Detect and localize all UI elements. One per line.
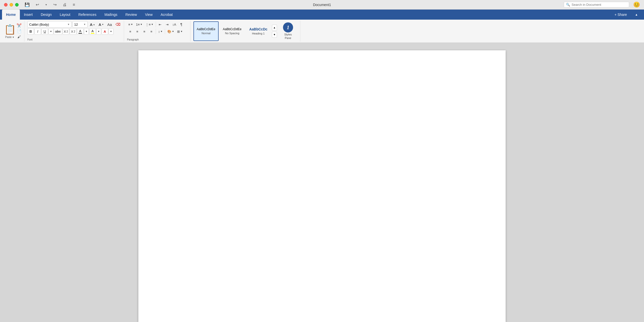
traffic-lights: [4, 3, 19, 7]
bullets-button[interactable]: ≡▼: [127, 21, 134, 28]
style-nospace-label: No Spacing: [225, 32, 239, 35]
document-page[interactable]: [138, 50, 506, 322]
font-group: Calibri (Body) ▼ 12 ▼ A▲ A▼ Aa ⌫ B I U ▼…: [25, 21, 124, 42]
align-center-button[interactable]: ≡: [134, 28, 141, 35]
styles-scroll-buttons: ▲ ▼: [272, 25, 277, 38]
tab-design[interactable]: Design: [37, 10, 56, 20]
font-size-selector[interactable]: 12 ▼: [72, 21, 88, 28]
search-icon: 🔍: [566, 3, 570, 7]
document-area: [0, 43, 644, 322]
bold-button[interactable]: B: [27, 28, 34, 35]
align-left-button[interactable]: ≡: [127, 28, 134, 35]
undo-icon[interactable]: ↩: [36, 2, 39, 7]
styles-group: AaBbCcDdEe Normal AaBbCcDdEe No Spacing …: [191, 21, 300, 42]
collapse-ribbon-button[interactable]: ▲: [631, 10, 642, 20]
search-bar[interactable]: 🔍: [564, 2, 629, 8]
font-name-row: Calibri (Body) ▼ 12 ▼ A▲ A▼ Aa ⌫: [27, 21, 122, 28]
align-right-button[interactable]: ≡: [141, 28, 148, 35]
close-button[interactable]: [4, 3, 8, 7]
decrease-indent-button[interactable]: ⇤: [157, 21, 164, 28]
multilevel-list-button[interactable]: ⋮≡▼: [144, 21, 155, 28]
save-icon[interactable]: 💾: [25, 2, 30, 7]
justify-button[interactable]: ≡: [148, 28, 155, 35]
style-normal-label: Normal: [202, 32, 210, 35]
change-case-button[interactable]: Aa: [106, 21, 113, 28]
show-hide-button[interactable]: ¶: [178, 21, 185, 28]
underline-button[interactable]: U: [42, 28, 48, 35]
font-color-dropdown-button[interactable]: ▼: [84, 28, 89, 35]
style-nospace-preview: AaBbCcDdEe: [223, 27, 242, 31]
strikethrough-button[interactable]: abc: [54, 28, 62, 35]
redo-icon[interactable]: ↪: [53, 2, 57, 7]
italic-button[interactable]: I: [34, 28, 41, 35]
share-button[interactable]: + Share: [611, 10, 631, 20]
tab-insert[interactable]: Insert: [20, 10, 37, 20]
subscript-button[interactable]: X2: [63, 28, 69, 35]
title-bar: 💾 ↩ ▼ ↪ 🖨 ≡ Document1 🔍 😊: [0, 0, 644, 10]
paste-main: 📋 Paste ▼: [4, 24, 16, 38]
tab-acrobat[interactable]: Acrobat: [157, 10, 177, 20]
shading-button[interactable]: 🎨▼: [166, 28, 175, 35]
customize-icon[interactable]: ≡: [73, 3, 75, 7]
undo-dropdown-icon[interactable]: ▼: [45, 4, 47, 6]
styles-pane-label: StylesPane: [284, 33, 292, 39]
styles-scroll-up-button[interactable]: ▲: [272, 25, 277, 31]
paste-sub-icons: ✂️ 📄 🖌: [16, 23, 22, 39]
style-normal-preview: AaBbCcDdEe: [197, 27, 215, 31]
font-format-row: B I U ▼ abc X2 X2 A ▼ A ▼ A ▼: [27, 28, 113, 35]
font-name-dropdown-icon: ▼: [67, 23, 70, 26]
para-divider-3: [165, 29, 165, 34]
font-color-button[interactable]: A: [77, 28, 84, 35]
para-row-1: ≡▼ 1≡▼ ⋮≡▼ ⇤ ⇥ ↕A ¶: [127, 21, 185, 28]
style-heading1[interactable]: AaBbCcDc Heading 1: [246, 21, 271, 41]
maximize-button[interactable]: [15, 3, 19, 7]
increase-indent-button[interactable]: ⇥: [164, 21, 171, 28]
paste-clipboard-icon: 📋: [4, 24, 16, 35]
format-painter-button[interactable]: 🖌: [16, 34, 22, 39]
paste-button[interactable]: 📋: [4, 24, 16, 35]
minimize-button[interactable]: [10, 3, 13, 7]
search-input[interactable]: [572, 3, 627, 7]
sort-button[interactable]: ↕A: [171, 21, 178, 28]
highlight-dropdown-button[interactable]: ▼: [96, 28, 101, 35]
titlebar-quick-access: 💾 ↩ ▼ ↪ 🖨 ≡: [25, 2, 75, 7]
paste-group: 📋 Paste ▼ ✂️ 📄 🖌: [2, 21, 24, 42]
numbering-button[interactable]: 1≡▼: [135, 21, 144, 28]
borders-button[interactable]: ⊞▼: [176, 28, 184, 35]
style-no-spacing[interactable]: AaBbCcDdEe No Spacing: [220, 21, 245, 41]
tab-mailings[interactable]: Mailings: [100, 10, 121, 20]
paste-label: Paste ▼: [5, 36, 15, 38]
font-color-a-icon: A: [79, 29, 81, 33]
style-h1-preview: AaBbCcDc: [249, 27, 267, 31]
increase-font-size-button[interactable]: A▲: [89, 21, 96, 28]
tab-view[interactable]: View: [141, 10, 156, 20]
line-spacing-button[interactable]: ↕▼: [157, 28, 164, 35]
document-title: Document1: [313, 3, 331, 7]
cut-button[interactable]: ✂️: [16, 23, 22, 28]
font-name-selector[interactable]: Calibri (Body) ▼: [27, 21, 71, 28]
style-h1-label: Heading 1: [252, 32, 265, 35]
styles-pane-icon: 1: [283, 22, 293, 32]
para-divider-2: [156, 29, 156, 34]
print-icon[interactable]: 🖨: [63, 3, 67, 7]
superscript-button[interactable]: X2: [70, 28, 76, 35]
tab-review[interactable]: Review: [122, 10, 141, 20]
ribbon-body: 📋 Paste ▼ ✂️ 📄 🖌 Calibri (Body) ▼ 12 ▼ A…: [0, 20, 644, 43]
highlight-button[interactable]: A: [89, 28, 96, 35]
decrease-font-size-button[interactable]: A▼: [97, 21, 105, 28]
copy-button[interactable]: 📄: [16, 29, 22, 34]
tab-layout[interactable]: Layout: [56, 10, 74, 20]
text-effects-button[interactable]: A: [102, 28, 108, 35]
paste-dropdown-icon[interactable]: ▼: [12, 36, 14, 38]
tab-home[interactable]: Home: [2, 10, 20, 20]
clear-formatting-button[interactable]: ⌫: [114, 21, 122, 28]
para-row-2: ≡ ≡ ≡ ≡ ↕▼ 🎨▼ ⊞▼: [127, 28, 184, 35]
tab-references[interactable]: References: [74, 10, 101, 20]
user-icon: 😊: [633, 2, 640, 8]
styles-pane-button[interactable]: 1 StylesPane: [278, 21, 298, 41]
styles-scroll-down-button[interactable]: ▼: [272, 32, 277, 38]
underline-dropdown-button[interactable]: ▼: [49, 28, 53, 35]
text-effects-dropdown-button[interactable]: ▼: [109, 28, 113, 35]
style-normal[interactable]: AaBbCcDdEe Normal: [193, 21, 219, 41]
para-divider-1: [156, 22, 156, 27]
